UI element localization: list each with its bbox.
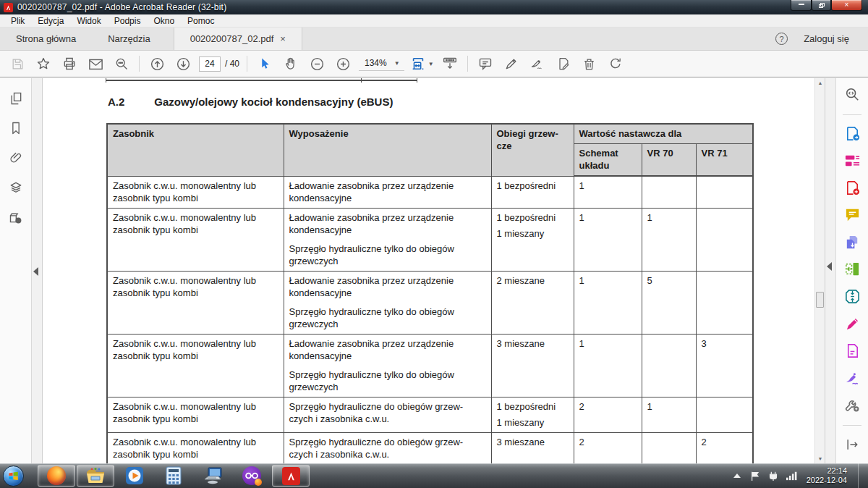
- refresh-icon[interactable]: [603, 54, 629, 74]
- menu-pomoc[interactable]: Pomoc: [181, 16, 221, 26]
- more-tools-icon[interactable]: [843, 397, 861, 414]
- chevron-down-icon: ▼: [428, 61, 434, 67]
- taskbar-purple-app[interactable]: [233, 465, 271, 487]
- export-pdf-icon[interactable]: [843, 125, 861, 142]
- clock[interactable]: 22:14 2022-12-04: [807, 466, 847, 485]
- fit-width-control[interactable]: ▼: [410, 56, 434, 72]
- comment-bubble-icon[interactable]: [472, 54, 498, 74]
- cell-obiegi: 2 mieszane: [491, 271, 574, 334]
- cell-zasobnik: Zasobnik c.w.u. monowalentny lub zasobni…: [107, 271, 284, 334]
- toolbar: 24 / 40 134% ▼ ▼: [0, 51, 868, 77]
- save-icon[interactable]: [4, 54, 30, 74]
- vertical-scrollbar[interactable]: ▲ ▼: [814, 78, 825, 463]
- menu-okno[interactable]: Okno: [147, 16, 181, 26]
- zoom-level-control[interactable]: 134% ▼: [359, 56, 404, 71]
- model-tree-icon[interactable]: i: [7, 209, 25, 226]
- search-icon[interactable]: [109, 54, 135, 74]
- tab-close-icon[interactable]: ×: [280, 33, 286, 44]
- select-tool-icon[interactable]: [252, 54, 278, 74]
- sign-pen-icon[interactable]: [524, 54, 550, 74]
- print-icon[interactable]: [56, 54, 82, 74]
- taskbar: 22:14 2022-12-04: [0, 463, 868, 488]
- create-pdf-icon[interactable]: [843, 180, 861, 197]
- cell-zasobnik: Zasobnik c.w.u. monowalentny lub zasobni…: [107, 397, 284, 432]
- menu-widok[interactable]: Widok: [70, 16, 107, 26]
- cell-obiegi: 1 bezpośredni: [491, 176, 574, 208]
- email-icon[interactable]: [82, 54, 109, 74]
- taskbar-media-player[interactable]: [116, 465, 153, 487]
- attachments-icon[interactable]: [7, 149, 25, 167]
- right-panel-collapse-strip[interactable]: [825, 78, 835, 463]
- open-tools-panel-icon[interactable]: [843, 436, 861, 453]
- page-display-icon[interactable]: [437, 54, 463, 74]
- cell-obiegi: 3 mieszane: [491, 334, 574, 397]
- fill-sign-icon[interactable]: [550, 54, 576, 74]
- sign-in-button[interactable]: Zaloguj się: [804, 33, 849, 44]
- tab-document[interactable]: 0020200787_02.pdf ×: [174, 28, 302, 50]
- acrobat-reader-icon: [282, 467, 300, 485]
- cell-vr70: [642, 334, 696, 397]
- col-header-obiegi: Obiegi grzew- cze: [491, 124, 574, 176]
- compress-pdf-icon[interactable]: [843, 288, 861, 306]
- collapse-right-chevron-icon[interactable]: [827, 262, 832, 271]
- cell-vr70: 5: [642, 271, 696, 334]
- menu-podpis[interactable]: Podpis: [108, 16, 148, 26]
- show-hidden-icons-icon[interactable]: [731, 470, 743, 481]
- scroll-down-icon[interactable]: ▼: [815, 456, 825, 461]
- page-thumbnails-icon[interactable]: [7, 90, 25, 107]
- action-center-flag-icon[interactable]: [749, 470, 761, 481]
- highlighter-icon[interactable]: [498, 54, 524, 74]
- find-icon[interactable]: [843, 85, 861, 103]
- network-signal-icon[interactable]: [786, 470, 797, 481]
- layers-icon[interactable]: [7, 179, 25, 196]
- trash-icon[interactable]: [576, 54, 603, 74]
- taskbar-acrobat-reader[interactable]: [272, 465, 310, 487]
- page-up-icon[interactable]: [144, 54, 170, 74]
- restore-button[interactable]: [812, 0, 831, 11]
- scroll-up-icon[interactable]: ▲: [815, 80, 825, 85]
- section-title: Gazowy/olejowy kocioł kondensacyjny (eBU…: [154, 96, 393, 108]
- titlebar: 0020200787_02.pdf - Adobe Acrobat Reader…: [0, 0, 868, 14]
- windows-logo-icon: [3, 466, 24, 487]
- cell-schemat: 1: [574, 334, 642, 397]
- taskbar-calculator[interactable]: [155, 465, 192, 487]
- cell-vr71: 3: [696, 334, 753, 397]
- cell-wyposazenie: Ładowanie zasobnika przez urządzenie kon…: [284, 334, 491, 397]
- close-button[interactable]: ×: [831, 0, 862, 11]
- page-down-icon[interactable]: [170, 54, 196, 74]
- tab-home[interactable]: Strona główna: [0, 28, 92, 50]
- menu-edycja[interactable]: Edycja: [31, 16, 70, 26]
- menu-plik[interactable]: Plik: [4, 16, 31, 26]
- organize-pages-icon[interactable]: [843, 261, 861, 278]
- table-row: Zasobnik c.w.u. monowalentny lub zasobni…: [107, 176, 753, 208]
- show-desktop-button[interactable]: [858, 463, 862, 488]
- left-panel-collapse-strip[interactable]: [32, 78, 43, 463]
- taskbar-firefox[interactable]: [38, 465, 75, 487]
- firefox-badge-icon: [255, 479, 262, 486]
- taskbar-remote-desktop[interactable]: [194, 465, 231, 487]
- cell-vr71: [696, 271, 753, 334]
- comment-tool-icon[interactable]: [843, 206, 861, 224]
- help-icon[interactable]: ?: [775, 33, 788, 45]
- scrollbar-thumb[interactable]: [816, 292, 824, 308]
- settings-table: Zasobnik Wyposażenie Obiegi grzew- cze W…: [106, 123, 754, 463]
- collapse-left-chevron-icon[interactable]: [33, 267, 38, 276]
- fill-sign-tool-icon[interactable]: [843, 315, 861, 332]
- prepare-form-icon[interactable]: [843, 342, 861, 360]
- document-canvas[interactable]: A.2 Gazowy/olejowy kocioł kondensacyjny …: [43, 78, 814, 463]
- star-icon[interactable]: [30, 54, 56, 74]
- section-heading: A.2 Gazowy/olejowy kocioł kondensacyjny …: [108, 96, 393, 108]
- minimize-button[interactable]: [791, 0, 812, 11]
- tab-tools[interactable]: Narzędzia: [92, 28, 166, 50]
- hand-tool-icon[interactable]: [278, 54, 304, 74]
- start-button[interactable]: [1, 465, 25, 487]
- zoom-in-icon[interactable]: [330, 54, 356, 74]
- bookmarks-icon[interactable]: [7, 119, 25, 137]
- zoom-out-icon[interactable]: [304, 54, 330, 74]
- certificates-icon[interactable]: [843, 369, 861, 387]
- power-plug-icon[interactable]: [767, 470, 779, 481]
- page-number-input[interactable]: 24: [199, 56, 221, 72]
- combine-files-icon[interactable]: [843, 234, 861, 251]
- edit-pdf-icon[interactable]: [843, 152, 861, 169]
- taskbar-file-explorer[interactable]: [77, 465, 114, 487]
